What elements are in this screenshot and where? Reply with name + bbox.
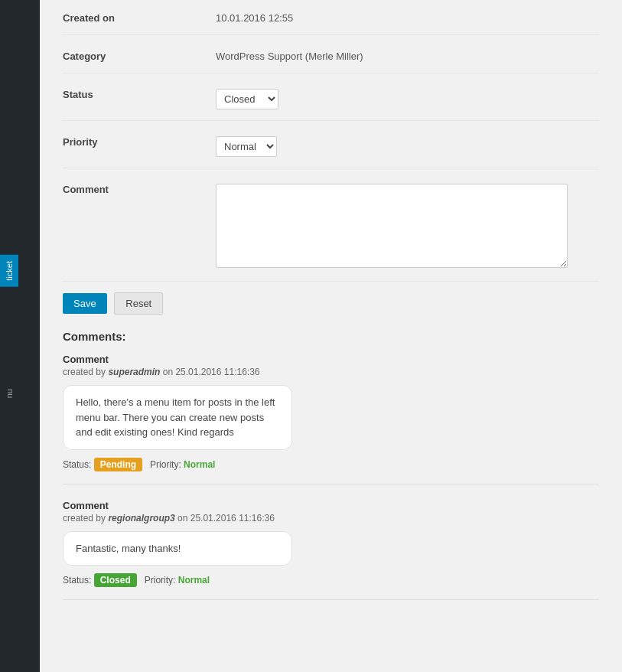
created-on-label: Created on [63, 8, 216, 24]
save-button[interactable]: Save [63, 293, 107, 314]
comment-2-status-badge: Closed [94, 573, 137, 587]
comment-field [216, 179, 599, 270]
comment-row: Comment [63, 168, 599, 282]
comment-1-status-badge: Pending [94, 458, 142, 471]
comment-2-meta: created by regionalgroup3 on 25.01.2016 … [63, 513, 599, 524]
comment-textarea[interactable] [216, 184, 568, 268]
comment-2-bubble: Fantastic, many thanks! [63, 531, 292, 566]
comment-2-status-row: Status: Closed Priority: Normal [63, 573, 599, 587]
comment-1-meta: created by superadmin on 25.01.2016 11:1… [63, 367, 599, 377]
status-select[interactable]: Closed Open Pending [216, 89, 278, 109]
comment-2-date: 25.01.2016 11:16:36 [191, 513, 275, 524]
comment-2-priority-value: Normal [178, 575, 210, 586]
sidebar: ticket nu [0, 0, 40, 672]
status-field: Closed Open Pending [216, 84, 599, 109]
priority-label: Priority [63, 132, 216, 148]
status-label: Status [63, 84, 216, 100]
priority-select[interactable]: Normal Low High [216, 136, 277, 157]
comment-1-title: Comment [63, 354, 599, 365]
comments-section: Comments: Comment created by superadmin … [63, 330, 599, 600]
comment-2-title: Comment [63, 500, 599, 511]
comment-1-text: Hello, there's a menu item for posts in … [76, 396, 275, 438]
status-row: Status Closed Open Pending [63, 73, 599, 121]
category-value: WordPress Support (Merle Miller) [216, 46, 599, 62]
comment-1-status-row: Status: Pending Priority: Normal [63, 458, 599, 471]
comment-1-priority-label: Priority: [150, 459, 181, 470]
comment-label: Comment [63, 179, 216, 195]
comment-1-date: 25.01.2016 11:16:36 [175, 367, 259, 377]
comment-2-status-label: Status: [63, 575, 91, 586]
main-content: Created on 10.01.2016 12:55 Category Wor… [40, 0, 622, 672]
comment-1-bubble: Hello, there's a menu item for posts in … [63, 385, 292, 450]
comment-block-1: Comment created by superadmin on 25.01.2… [63, 354, 599, 484]
category-label: Category [63, 46, 216, 62]
comment-1-status-label: Status: [63, 459, 91, 470]
priority-field: Normal Low High [216, 132, 599, 157]
comments-heading: Comments: [63, 330, 599, 343]
created-on-value: 10.01.2016 12:55 [216, 8, 599, 24]
comment-2-text: Fantastic, many thanks! [76, 543, 181, 554]
comment-1-author: superadmin [108, 367, 160, 377]
sidebar-menu-label: nu [0, 383, 18, 404]
comment-block-2: Comment created by regionalgroup3 on 25.… [63, 500, 599, 601]
comment-2-priority-label: Priority: [145, 575, 176, 586]
category-row: Category WordPress Support (Merle Miller… [63, 35, 599, 73]
buttons-row: Save Reset [63, 289, 599, 315]
sidebar-ticket-tab[interactable]: ticket [0, 255, 18, 287]
created-on-row: Created on 10.01.2016 12:55 [63, 0, 599, 35]
priority-row: Priority Normal Low High [63, 121, 599, 168]
reset-button[interactable]: Reset [114, 292, 163, 315]
comment-2-author: regionalgroup3 [108, 513, 174, 524]
comment-1-priority-value: Normal [184, 459, 215, 470]
